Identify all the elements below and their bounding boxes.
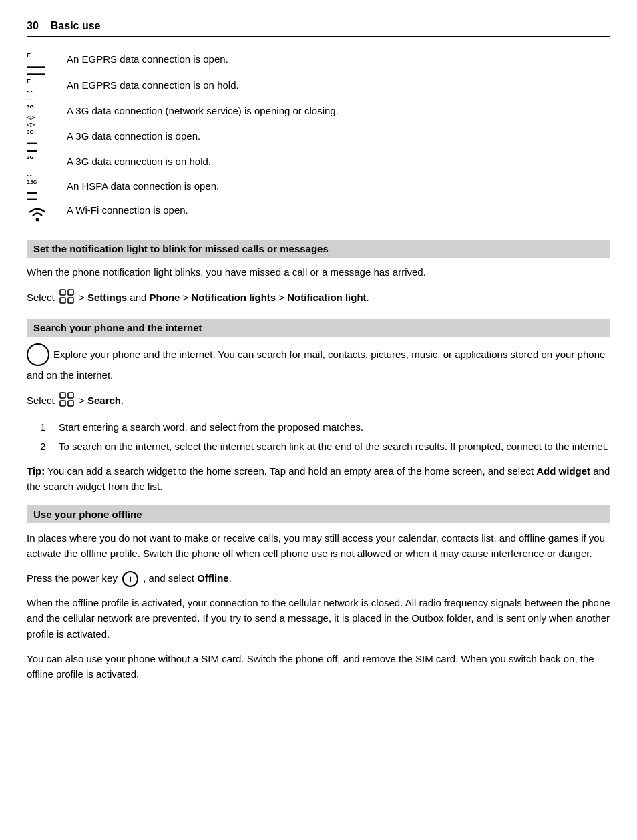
tip-label: Tip: bbox=[27, 465, 45, 477]
icon-description: An HSPA data connection is open. bbox=[67, 179, 219, 194]
svg-rect-1 bbox=[60, 290, 65, 295]
notification-light-instruction: Select > Settings and Phone > Notificati… bbox=[27, 289, 610, 308]
icon-description: An EGPRS data connection is on hold. bbox=[67, 78, 239, 93]
egprs-open-icon: E ▬▬▬▬▬▬ bbox=[27, 52, 67, 77]
offline-header: Use your phone offline bbox=[27, 505, 610, 523]
numbered-text-1: Start entering a search word, and select… bbox=[59, 419, 363, 435]
settings-path-text: > Settings and Phone > Notification ligh… bbox=[79, 292, 369, 303]
search-instruction: Select > Search. bbox=[27, 392, 610, 411]
page-header: 30 Basic use bbox=[27, 20, 610, 37]
notification-light-section: Set the notification light to blink for … bbox=[27, 240, 610, 308]
and-select-text: , and select bbox=[143, 572, 194, 584]
numbered-item-2: 2 To search on the internet, select the … bbox=[40, 439, 610, 454]
3g-opening-icon: 3G ◁▷◁▷ bbox=[27, 103, 67, 128]
icon-description: A Wi-Fi connection is open. bbox=[67, 203, 188, 218]
list-item: 3G ▬▬▬▬ A 3G data connection is open. bbox=[27, 129, 610, 153]
search-header: Search your phone and the internet bbox=[27, 319, 610, 337]
wifi-icon bbox=[27, 203, 67, 225]
icon-description: A 3G data connection (network service) i… bbox=[67, 103, 339, 119]
list-item: A Wi-Fi connection is open. bbox=[27, 203, 610, 225]
offline-bold: Offline bbox=[197, 572, 229, 584]
page-number: 30 bbox=[27, 20, 39, 32]
search-circle-icon bbox=[27, 343, 49, 366]
power-icon: i bbox=[122, 571, 138, 587]
svg-rect-4 bbox=[68, 298, 73, 303]
offline-body2: When the offline profile is activated, y… bbox=[27, 595, 610, 642]
add-widget-label: Add widget bbox=[536, 465, 590, 477]
page-title: Basic use bbox=[51, 20, 101, 32]
apps-icon bbox=[59, 289, 74, 308]
numbered-item-1: 1 Start entering a search word, and sele… bbox=[40, 419, 610, 435]
icon-description: A 3G data connection is on hold. bbox=[67, 154, 211, 170]
svg-point-0 bbox=[36, 218, 39, 221]
number-1: 1 bbox=[40, 419, 59, 435]
list-item: E ▬▬▬▬▬▬ An EGPRS data connection is ope… bbox=[27, 52, 610, 77]
svg-rect-8 bbox=[68, 401, 73, 406]
offline-body1: In places where you do not want to make … bbox=[27, 530, 610, 562]
search-bold-label: Search bbox=[87, 395, 121, 406]
search-section: Search your phone and the internet Explo… bbox=[27, 319, 610, 495]
3g-hold-icon: 3G - -- - bbox=[27, 154, 67, 178]
svg-rect-5 bbox=[60, 393, 65, 398]
icon-list: E ▬▬▬▬▬▬ An EGPRS data connection is ope… bbox=[27, 52, 610, 225]
svg-rect-2 bbox=[68, 290, 73, 295]
tip-block: Tip: You can add a search widget to the … bbox=[27, 463, 610, 495]
offline-section: Use your phone offline In places where y… bbox=[27, 505, 610, 682]
tip-content: You can add a search widget to the home … bbox=[45, 465, 536, 477]
hspa-icon: 3.5G ▬▬▬▬ bbox=[27, 179, 67, 201]
search-body: Explore your phone and the internet. You… bbox=[27, 343, 610, 383]
select-label: Select bbox=[27, 292, 55, 303]
icon-description: An EGPRS data connection is open. bbox=[67, 52, 228, 67]
svg-rect-3 bbox=[60, 298, 65, 303]
select-label-2: Select bbox=[27, 395, 55, 406]
apps-icon-2 bbox=[59, 392, 74, 411]
offline-body3: You can also use your phone without a SI… bbox=[27, 651, 610, 682]
notification-light-body: When the phone notification light blinks… bbox=[27, 264, 610, 280]
3g-open-icon: 3G ▬▬▬▬ bbox=[27, 129, 67, 153]
list-item: 3G - -- - A 3G data connection is on hol… bbox=[27, 154, 610, 178]
svg-rect-6 bbox=[68, 393, 73, 398]
number-2: 2 bbox=[40, 439, 59, 454]
list-item: 3.5G ▬▬▬▬ An HSPA data connection is ope… bbox=[27, 179, 610, 201]
icon-description: A 3G data connection is open. bbox=[67, 129, 200, 144]
press-power-text: Press the power key bbox=[27, 572, 118, 584]
list-item: E - -- - An EGPRS data connection is on … bbox=[27, 78, 610, 103]
numbered-list: 1 Start entering a search word, and sele… bbox=[40, 419, 610, 455]
offline-instruction: Press the power key i , and select Offli… bbox=[27, 570, 610, 587]
numbered-text-2: To search on the internet, select the in… bbox=[59, 439, 608, 454]
list-item: 3G ◁▷◁▷ A 3G data connection (network se… bbox=[27, 103, 610, 128]
svg-rect-7 bbox=[60, 401, 65, 406]
egprs-hold-icon: E - -- - bbox=[27, 78, 67, 103]
notification-light-header: Set the notification light to blink for … bbox=[27, 240, 610, 258]
